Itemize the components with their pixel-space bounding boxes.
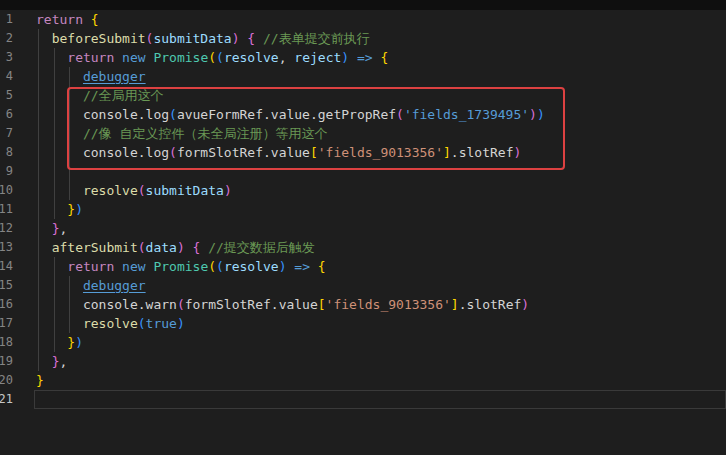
code-token: avueFormRef.value.getPropRef <box>177 107 396 122</box>
code-token: console.warn <box>83 297 177 312</box>
code-line[interactable]: 8 console.log(formSlotRef.value['fields_… <box>0 143 726 162</box>
code-token: { <box>91 12 99 27</box>
code-token: ) <box>232 31 240 46</box>
code-token: .slotRef <box>459 297 522 312</box>
code-line[interactable]: 6 console.log(avueFormRef.value.getPropR… <box>0 105 726 124</box>
code-token: => <box>357 50 373 65</box>
code-token: [ <box>318 297 326 312</box>
line-number[interactable]: 14 <box>0 257 13 276</box>
code-token: ] <box>443 145 451 160</box>
code-token <box>310 259 318 274</box>
code-line[interactable]: 7 //像 自定义控件（未全局注册）等用这个 <box>0 124 726 143</box>
code-token: Promise <box>153 50 208 65</box>
code-token: ] <box>451 297 459 312</box>
line-number[interactable]: 20 <box>0 371 13 390</box>
code-line[interactable]: 1return { <box>0 10 726 29</box>
code-token: debugger <box>83 69 146 84</box>
line-number[interactable]: 7 <box>6 124 13 143</box>
code-token: ( <box>208 259 216 274</box>
code-line[interactable]: 15 debugger <box>0 276 726 295</box>
code-token: , <box>59 221 67 236</box>
code-text: console.warn(formSlotRef.value['fields_9… <box>36 295 529 314</box>
code-token: } <box>67 335 75 350</box>
line-number[interactable]: 19 <box>0 352 13 371</box>
code-line[interactable]: 20} <box>0 371 726 390</box>
code-token: afterSubmit <box>52 240 138 255</box>
code-token: ( <box>138 240 146 255</box>
code-line[interactable]: 13 afterSubmit(data) { //提交数据后触发 <box>0 238 726 257</box>
code-token: ( <box>138 316 146 331</box>
code-editor[interactable]: 1return {2 beforeSubmit(submitData) { //… <box>0 10 726 455</box>
code-token: 'fields_9013356' <box>326 297 451 312</box>
code-token: 'fields_1739495' <box>404 107 529 122</box>
code-line[interactable]: 2 beforeSubmit(submitData) { //表单提交前执行 <box>0 29 726 48</box>
code-line[interactable]: 3 return new Promise((resolve, reject) =… <box>0 48 726 67</box>
code-line[interactable]: 10 resolve(submitData) <box>0 181 726 200</box>
line-number[interactable]: 10 <box>0 181 13 200</box>
line-number[interactable]: 11 <box>0 200 13 219</box>
code-token: ( <box>216 259 224 274</box>
code-line[interactable]: 12 }, <box>0 219 726 238</box>
code-text: resolve(submitData) <box>36 181 232 200</box>
line-number[interactable]: 9 <box>6 162 13 181</box>
line-number[interactable]: 4 <box>6 67 13 86</box>
code-line[interactable]: 5 //全局用这个 <box>0 86 726 105</box>
code-token: new <box>122 259 153 274</box>
code-token: , <box>59 354 67 369</box>
code-token: ) <box>529 107 537 122</box>
code-token: ( <box>177 297 185 312</box>
code-line[interactable]: 14 return new Promise((resolve) => { <box>0 257 726 276</box>
line-number[interactable]: 6 <box>6 105 13 124</box>
line-number[interactable]: 17 <box>0 314 13 333</box>
line-number[interactable]: 15 <box>0 276 13 295</box>
code-token: ) <box>224 183 232 198</box>
code-token: resolve <box>83 183 138 198</box>
code-token: ) <box>341 50 349 65</box>
code-token: , <box>279 50 295 65</box>
code-token: ) <box>513 145 521 160</box>
line-number[interactable]: 5 <box>6 86 13 105</box>
code-token: ) <box>75 202 83 217</box>
code-line[interactable]: 11 }) <box>0 200 726 219</box>
code-token: return <box>67 259 122 274</box>
line-number[interactable]: 3 <box>6 48 13 67</box>
code-token <box>349 50 357 65</box>
code-line[interactable]: 18 }) <box>0 333 726 352</box>
code-line[interactable]: 16 console.warn(formSlotRef.value['field… <box>0 295 726 314</box>
line-number[interactable]: 8 <box>6 143 13 162</box>
code-text: debugger <box>36 276 146 295</box>
code-token <box>185 240 193 255</box>
code-token: ( <box>138 183 146 198</box>
code-token: //全局用这个 <box>83 88 164 103</box>
code-token: { <box>247 31 255 46</box>
code-token: { <box>318 259 326 274</box>
line-number[interactable]: 1 <box>6 10 13 29</box>
code-token: //像 自定义控件（未全局注册）等用这个 <box>83 126 327 141</box>
code-line[interactable]: 17 resolve(true) <box>0 314 726 333</box>
code-token: formSlotRef.value <box>185 297 318 312</box>
line-number[interactable]: 12 <box>0 219 13 238</box>
code-token: 'fields_9013356' <box>318 145 443 160</box>
code-token: beforeSubmit <box>52 31 146 46</box>
code-token: //表单提交前执行 <box>263 31 370 46</box>
code-line[interactable]: 9 <box>0 162 726 181</box>
line-number[interactable]: 13 <box>0 238 13 257</box>
code-text: console.log(avueFormRef.value.getPropRef… <box>36 105 545 124</box>
code-token: ) <box>75 335 83 350</box>
indent-guide <box>38 162 39 181</box>
code-token: ( <box>216 50 224 65</box>
line-number[interactable]: 2 <box>6 29 13 48</box>
code-line[interactable]: 4 debugger <box>0 67 726 86</box>
line-number[interactable]: 18 <box>0 333 13 352</box>
code-text: //像 自定义控件（未全局注册）等用这个 <box>36 124 327 143</box>
code-token: .slotRef <box>451 145 514 160</box>
code-text: }, <box>36 219 67 238</box>
code-token: console.log <box>83 145 169 160</box>
code-text: }, <box>36 352 67 371</box>
code-token: ( <box>169 145 177 160</box>
line-number[interactable]: 16 <box>0 295 13 314</box>
code-text: resolve(true) <box>36 314 185 333</box>
code-token: new <box>122 50 153 65</box>
code-line[interactable]: 19 }, <box>0 352 726 371</box>
line-number[interactable]: 21 <box>0 390 13 409</box>
